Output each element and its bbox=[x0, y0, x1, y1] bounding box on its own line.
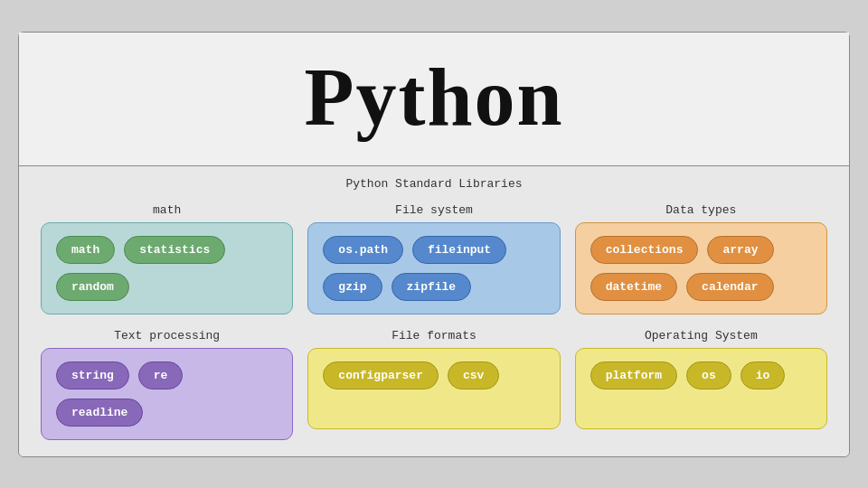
chip-datatypes-3[interactable]: calendar bbox=[686, 273, 773, 301]
category-box-datatypes: collectionsarraydatetimecalendar bbox=[575, 222, 827, 314]
section-title: Python Standard Libraries bbox=[41, 177, 827, 191]
category-label-math: math bbox=[153, 203, 181, 217]
main-container: Python Python Standard Libraries mathmat… bbox=[18, 32, 850, 457]
chip-filesystem-3[interactable]: zipfile bbox=[392, 273, 472, 301]
chip-filesystem-0[interactable]: os.path bbox=[323, 236, 403, 264]
category-box-textprocessing: stringrereadline bbox=[41, 348, 293, 440]
category-label-os: Operating System bbox=[645, 329, 758, 343]
categories-grid: mathmathstatisticsrandomFile systemos.pa… bbox=[41, 203, 827, 440]
chip-math-0[interactable]: math bbox=[56, 236, 115, 264]
category-filesystem: File systemos.pathfileinputgzipzipfile bbox=[307, 203, 560, 314]
chip-filesystem-2[interactable]: gzip bbox=[323, 273, 382, 301]
category-label-fileformats: File formats bbox=[392, 329, 476, 343]
chip-os-1[interactable]: os bbox=[686, 361, 731, 389]
category-box-fileformats: configparsercsv bbox=[307, 348, 560, 429]
category-box-math: mathstatisticsrandom bbox=[41, 222, 293, 314]
chip-textprocessing-1[interactable]: re bbox=[138, 361, 184, 389]
category-box-os: platformosio bbox=[575, 348, 827, 429]
category-label-filesystem: File system bbox=[395, 203, 473, 217]
page-title: Python bbox=[304, 51, 563, 144]
chip-datatypes-2[interactable]: datetime bbox=[590, 273, 677, 301]
libraries-section: Python Standard Libraries mathmathstatis… bbox=[19, 166, 849, 456]
chip-math-1[interactable]: statistics bbox=[124, 236, 225, 264]
chip-fileformats-0[interactable]: configparser bbox=[323, 361, 439, 389]
category-os: Operating Systemplatformosio bbox=[575, 329, 827, 440]
chip-textprocessing-2[interactable]: readline bbox=[56, 399, 143, 427]
category-label-datatypes: Data types bbox=[665, 203, 736, 217]
title-section: Python bbox=[19, 33, 849, 166]
chip-datatypes-0[interactable]: collections bbox=[590, 236, 699, 264]
chip-filesystem-1[interactable]: fileinput bbox=[412, 236, 506, 264]
category-fileformats: File formatsconfigparsercsv bbox=[307, 329, 560, 440]
category-label-textprocessing: Text processing bbox=[114, 329, 220, 343]
category-datatypes: Data typescollectionsarraydatetimecalend… bbox=[575, 203, 827, 314]
category-math: mathmathstatisticsrandom bbox=[41, 203, 293, 314]
chip-fileformats-1[interactable]: csv bbox=[448, 361, 499, 389]
chip-textprocessing-0[interactable]: string bbox=[56, 361, 129, 389]
category-textprocessing: Text processingstringrereadline bbox=[41, 329, 293, 440]
chip-os-0[interactable]: platform bbox=[590, 361, 677, 389]
chip-datatypes-1[interactable]: array bbox=[707, 236, 773, 264]
category-box-filesystem: os.pathfileinputgzipzipfile bbox=[307, 222, 560, 314]
chip-os-2[interactable]: io bbox=[741, 361, 786, 389]
chip-math-2[interactable]: random bbox=[56, 273, 129, 301]
